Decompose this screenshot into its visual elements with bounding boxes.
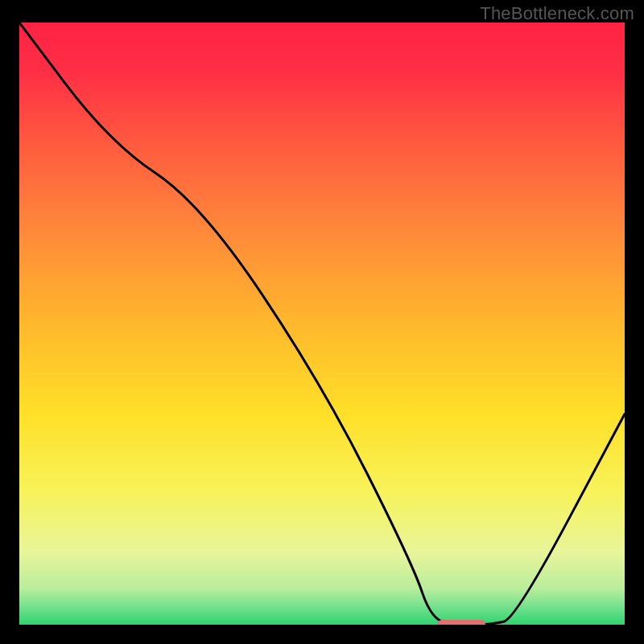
watermark-text: TheBottleneck.com (480, 3, 634, 24)
chart-background (19, 23, 625, 625)
optimal-marker (437, 620, 485, 625)
chart-svg (19, 23, 625, 625)
bottleneck-chart (19, 23, 625, 625)
